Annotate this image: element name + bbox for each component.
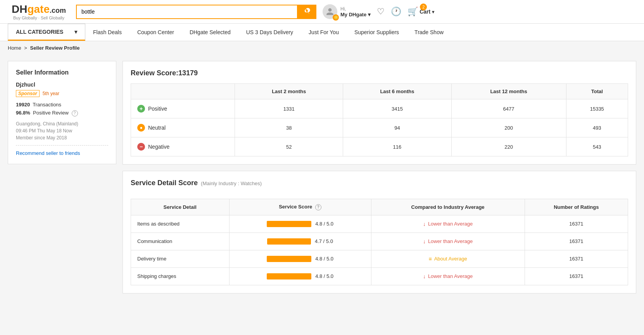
user-area: 🪙 Hi, My DHgate ▾ xyxy=(323,4,371,19)
all-categories-chevron: ▾ xyxy=(74,29,77,35)
neutral-icon: ● xyxy=(137,124,145,132)
service-score-info-icon[interactable]: ? xyxy=(315,204,321,210)
positive-label: Positive Review xyxy=(33,110,69,116)
nav-flash-deals[interactable]: Flash Deals xyxy=(85,24,129,41)
hi-text: Hi, xyxy=(340,6,371,12)
service-comparison-1: ↓Lower than Average xyxy=(371,233,525,250)
service-ratings-0: 16371 xyxy=(525,215,628,233)
review-neutral-total: 493 xyxy=(566,118,628,137)
table-row: Items as described4.8 / 5.0↓Lower than A… xyxy=(131,215,628,233)
review-negative-total: 543 xyxy=(566,137,628,156)
service-score-2: 4.8 / 5.0 xyxy=(229,250,371,267)
positive-info-icon[interactable]: ? xyxy=(72,110,78,116)
seller-time: 09:46 PM Thu May 18 Now xyxy=(16,128,108,134)
all-categories-label: ALL CATEGORIES xyxy=(16,29,63,35)
table-row: Communication4.7 / 5.0↓Lower than Averag… xyxy=(131,233,628,250)
service-score-box: Service Detail Score (Mainly Industry : … xyxy=(123,171,636,293)
review-negative-6m: 116 xyxy=(343,137,451,156)
service-score-subtitle: (Mainly Industry : Watches) xyxy=(201,181,262,186)
seller-member: Member since May 2018 xyxy=(16,135,108,141)
logo-com: .com xyxy=(50,7,66,14)
negative-icon: − xyxy=(137,143,145,151)
nav-bar: ALL CATEGORIES ▾ Flash Deals Coupon Cent… xyxy=(0,24,644,41)
transactions-label: Transactions xyxy=(33,102,61,108)
logo-tagline: Buy Globally · Sell Globally xyxy=(13,16,64,20)
review-positive-2m: 1331 xyxy=(235,99,343,118)
review-table: Last 2 months Last 6 months Last 12 mont… xyxy=(131,83,628,156)
service-ratings-3: 16371 xyxy=(525,267,628,285)
review-type-negative: − Negative xyxy=(131,137,235,156)
review-score-box: Review Score:13179 Last 2 months Last 6 … xyxy=(123,61,636,165)
chevron-down-icon: ▾ xyxy=(368,12,371,17)
seller-badges: Sponsor 5th year xyxy=(16,90,108,97)
recommend-link[interactable]: Recommend seller to friends xyxy=(16,150,80,156)
service-detail-0: Items as described xyxy=(131,215,230,233)
review-positive-6m: 3415 xyxy=(343,99,451,118)
review-col-type xyxy=(131,84,235,99)
transactions-count: 19920 xyxy=(16,102,30,108)
search-icon xyxy=(303,8,310,15)
service-ratings-1: 16371 xyxy=(525,233,628,250)
review-col-total: Total xyxy=(566,84,628,99)
service-col-ratings: Number of Ratings xyxy=(525,199,628,215)
positive-pct: 96.8% xyxy=(16,110,30,116)
main-content: Seller Information Djzhucl Sponsor 5th y… xyxy=(0,55,644,300)
sponsor-badge: Sponsor xyxy=(16,90,40,97)
search-input[interactable] xyxy=(76,5,297,19)
breadcrumb-home[interactable]: Home xyxy=(8,45,21,51)
table-row: Shipping charges4.8 / 5.0↓Lower than Ave… xyxy=(131,267,628,285)
nav-just-for-you[interactable]: Just For You xyxy=(301,24,347,41)
cart-area[interactable]: 🛒 2 Cart ▾ xyxy=(407,7,435,17)
seller-info-box: Seller Information Djzhucl Sponsor 5th y… xyxy=(8,61,116,164)
logo-gate: gate xyxy=(27,3,50,15)
table-row: Delivery time4.8 / 5.0≡About Average1637… xyxy=(131,250,628,267)
review-neutral-2m: 38 xyxy=(235,118,343,137)
review-neutral-6m: 94 xyxy=(343,118,451,137)
review-col-2months: Last 2 months xyxy=(235,84,343,99)
service-col-detail: Service Detail xyxy=(131,199,230,215)
nav-us-delivery[interactable]: US 3 Days Delivery xyxy=(238,24,301,41)
transactions-row: 19920 Transactions xyxy=(16,102,108,108)
logo: DHgate.com Buy Globally · Sell Globally xyxy=(8,3,70,20)
service-score-0: 4.8 / 5.0 xyxy=(229,215,371,233)
wishlist-button[interactable]: ♡ xyxy=(377,7,385,17)
arrow-down-icon: ↓ xyxy=(423,221,426,227)
review-negative-12m: 220 xyxy=(451,137,566,156)
review-negative-2m: 52 xyxy=(235,137,343,156)
service-comparison-3: ↓Lower than Average xyxy=(371,267,525,285)
service-col-comparison: Compared to Industry Average xyxy=(371,199,525,215)
nav-trade-show[interactable]: Trade Show xyxy=(407,24,451,41)
breadcrumb-current: Seller Review Profile xyxy=(30,45,80,51)
review-neutral-12m: 200 xyxy=(451,118,566,137)
arrow-side-icon: ≡ xyxy=(428,256,432,262)
table-row: ● Neutral 38 94 200 493 xyxy=(131,118,628,137)
user-icon xyxy=(326,7,334,16)
review-section: Review Score:13179 Last 2 months Last 6 … xyxy=(123,61,636,293)
year-badge: 5th year xyxy=(43,91,59,96)
nav-links: Flash Deals Coupon Center DHgate Selecte… xyxy=(85,24,451,41)
table-row: − Negative 52 116 220 543 xyxy=(131,137,628,156)
nav-dhgate-selected[interactable]: DHgate Selected xyxy=(182,24,238,41)
seller-info-title: Seller Information xyxy=(16,69,108,76)
review-col-12months: Last 12 months xyxy=(451,84,566,99)
service-score-title: Service Detail Score xyxy=(131,179,198,187)
service-detail-3: Shipping charges xyxy=(131,267,230,285)
service-comparison-2: ≡About Average xyxy=(371,250,525,267)
review-type-positive: + Positive xyxy=(131,99,235,118)
service-table: Service Detail Service Score ? Compared … xyxy=(131,199,628,285)
positive-icon: + xyxy=(137,105,145,113)
user-greeting-area: Hi, My DHgate ▾ xyxy=(340,6,371,17)
search-button[interactable] xyxy=(297,5,316,19)
divider xyxy=(16,145,108,146)
history-button[interactable]: 🕐 xyxy=(391,7,401,17)
my-dhgate-link[interactable]: My DHgate ▾ xyxy=(340,12,371,17)
nav-coupon-center[interactable]: Coupon Center xyxy=(129,24,182,41)
cart-chevron-icon: ▾ xyxy=(432,9,435,15)
review-score-title: Review Score:13179 xyxy=(131,69,628,77)
seller-name: Djzhucl xyxy=(16,82,108,88)
sidebar: Seller Information Djzhucl Sponsor 5th y… xyxy=(8,61,116,293)
nav-superior-suppliers[interactable]: Superior Suppliers xyxy=(347,24,407,41)
service-detail-1: Communication xyxy=(131,233,230,250)
all-categories-button[interactable]: ALL CATEGORIES ▾ xyxy=(8,24,85,41)
service-score-3: 4.8 / 5.0 xyxy=(229,267,371,285)
